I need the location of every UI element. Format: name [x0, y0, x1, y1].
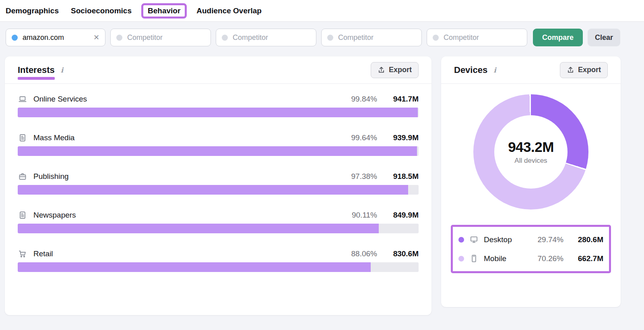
interests-list: Online Services 99.84% 941.7M Mass Media… — [5, 84, 431, 272]
competitor-input-4[interactable]: Competitor — [427, 29, 527, 46]
competitor-placeholder: Competitor — [127, 33, 205, 42]
competitor-color-dot — [222, 35, 228, 41]
competitor-placeholder: Competitor — [233, 33, 310, 42]
news-icon — [18, 210, 27, 220]
top-nav: Demographics Socioeconomics Behavior Aud… — [0, 0, 644, 22]
interests-header: Interests i Export — [5, 56, 431, 84]
interest-bar-track — [18, 108, 419, 117]
content-area: Interests i Export Online Services 99.84… — [0, 52, 644, 315]
mobile-color-dot — [458, 256, 464, 262]
legend-value: 662.7M — [569, 254, 603, 263]
tab-audience-overlap[interactable]: Audience Overlap — [196, 6, 262, 15]
devices-panel: Devices i Export 943.2M All devices — [441, 56, 621, 307]
devices-body: 943.2M All devices Desktop 29.74% 280.6M — [441, 84, 621, 273]
compare-button[interactable]: Compare — [533, 29, 583, 46]
interest-percent: 99.64% — [351, 133, 377, 142]
info-icon[interactable]: i — [61, 66, 63, 74]
interest-bar-fill — [18, 262, 371, 272]
legend-percent: 29.74% — [538, 235, 564, 244]
tab-socioeconomics[interactable]: Socioeconomics — [71, 6, 132, 15]
interest-row: Retail 88.06% 830.6M — [18, 249, 419, 272]
interest-label: Newspapers — [33, 211, 76, 220]
smartphone-icon — [469, 254, 479, 263]
competitor-color-dot — [327, 35, 333, 41]
interest-bar-track — [18, 146, 419, 156]
legend-label: Mobile — [484, 254, 506, 263]
news-icon — [18, 133, 27, 143]
tab-behavior[interactable]: Behavior — [141, 3, 187, 19]
devices-donut-center: 943.2M All devices — [494, 115, 568, 189]
interest-row: Publishing 97.38% 918.5M — [18, 172, 419, 195]
interest-row: Mass Media 99.64% 939.9M — [18, 133, 419, 156]
competitor-placeholder: Competitor — [444, 33, 521, 42]
cart-icon — [18, 249, 27, 259]
interest-value: 830.6M — [383, 249, 419, 258]
legend-row-desktop[interactable]: Desktop 29.74% 280.6M — [458, 230, 603, 249]
briefcase-icon — [18, 172, 27, 181]
legend-label: Desktop — [484, 235, 512, 244]
laptop-icon — [18, 94, 27, 104]
interests-panel: Interests i Export Online Services 99.84… — [5, 56, 431, 315]
interest-value: 941.7M — [383, 95, 419, 104]
main-domain-input[interactable]: amazon.com ✕ — [6, 29, 105, 46]
interests-export-button[interactable]: Export — [371, 62, 419, 78]
info-icon[interactable]: i — [493, 66, 496, 74]
interest-label: Retail — [33, 249, 53, 258]
interest-bar-track — [18, 224, 419, 233]
competitor-placeholder: Competitor — [338, 33, 416, 42]
interests-title: Interests — [18, 65, 55, 75]
interest-percent: 99.84% — [351, 95, 377, 104]
interest-value: 939.9M — [383, 133, 419, 142]
competitor-input-2[interactable]: Competitor — [216, 29, 316, 46]
monitor-icon — [469, 235, 479, 244]
interest-percent: 90.11% — [352, 211, 377, 220]
devices-header: Devices i Export — [441, 56, 621, 84]
interest-bar-fill — [18, 224, 379, 233]
interest-bar-fill — [18, 185, 408, 195]
interest-bar-fill — [18, 108, 418, 117]
clear-button[interactable]: Clear — [588, 29, 620, 46]
competitor-input-3[interactable]: Competitor — [321, 29, 422, 46]
remove-domain-icon[interactable]: ✕ — [93, 34, 99, 41]
domain-color-dot — [12, 35, 18, 41]
interest-label: Mass Media — [33, 133, 74, 142]
interest-row: Online Services 99.84% 941.7M — [18, 94, 419, 117]
interest-value: 918.5M — [383, 172, 419, 181]
devices-legend-annotation-box: Desktop 29.74% 280.6M Mobile 70.26% 662.… — [451, 225, 611, 273]
tab-demographics[interactable]: Demographics — [6, 6, 59, 15]
interest-label: Online Services — [33, 95, 87, 104]
interest-bar-track — [18, 262, 419, 272]
export-icon — [567, 66, 574, 74]
interests-title-annotation-underline — [18, 77, 55, 80]
devices-donut[interactable]: 943.2M All devices — [473, 94, 588, 210]
devices-title: Devices — [454, 65, 487, 75]
competitor-input-1[interactable]: Competitor — [110, 29, 211, 46]
desktop-color-dot — [458, 237, 464, 243]
legend-value: 280.6M — [569, 235, 603, 244]
legend-percent: 70.26% — [538, 254, 564, 263]
interest-percent: 97.38% — [351, 172, 377, 181]
devices-export-button[interactable]: Export — [560, 62, 608, 78]
interest-percent: 88.06% — [351, 249, 377, 258]
interest-bar-track — [18, 185, 419, 195]
interest-bar-fill — [18, 146, 417, 156]
competitor-color-dot — [116, 35, 122, 41]
interest-value: 849.9M — [383, 211, 419, 220]
compare-toolbar: amazon.com ✕ Competitor Competitor Compe… — [0, 22, 644, 52]
interest-label: Publishing — [33, 172, 69, 181]
competitor-color-dot — [433, 35, 439, 41]
devices-total-label: All devices — [514, 157, 547, 165]
main-domain-value: amazon.com — [23, 33, 89, 42]
interest-row: Newspapers 90.11% 849.9M — [18, 210, 419, 233]
export-icon — [378, 66, 385, 74]
devices-total: 943.2M — [508, 139, 554, 155]
legend-row-mobile[interactable]: Mobile 70.26% 662.7M — [458, 249, 603, 268]
